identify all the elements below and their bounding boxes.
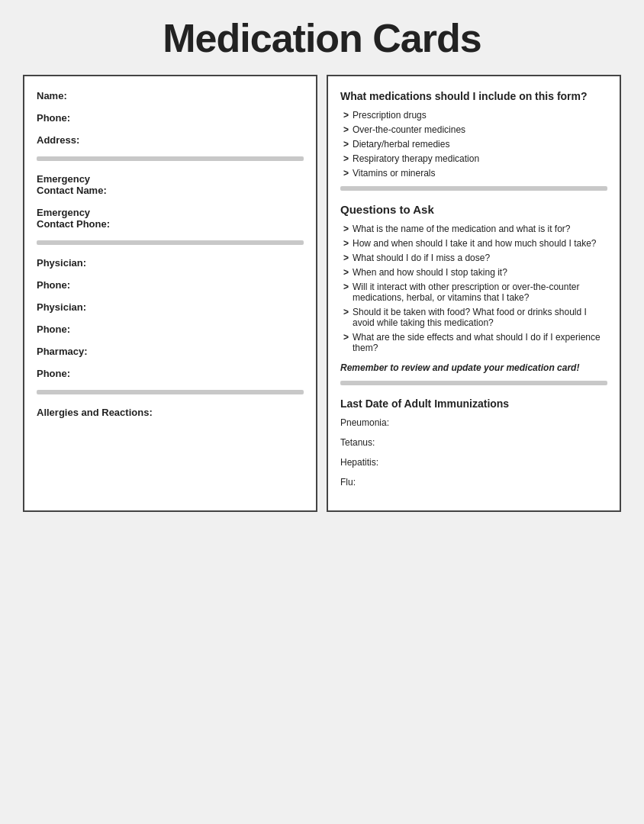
- list-item: > Dietary/herbal remedies: [340, 139, 607, 150]
- list-item: > Will it interact with other prescripti…: [340, 282, 607, 303]
- arrow-icon: >: [343, 282, 349, 292]
- list-item: > How and when should I take it and how …: [340, 238, 607, 249]
- emergency-contact-phone-label: Emergency Contact Phone:: [37, 207, 304, 230]
- divider-3: [37, 390, 304, 394]
- arrow-icon: >: [343, 110, 349, 121]
- divider-right-2: [340, 381, 607, 385]
- pharmacy-label: Pharmacy:: [37, 346, 304, 357]
- right-card: What medications should I include on thi…: [327, 75, 621, 512]
- page-title: Medication Cards: [163, 15, 481, 61]
- cards-container: Name: Phone: Address: Emergency Contact …: [23, 75, 621, 512]
- address-label: Address:: [37, 134, 304, 146]
- what-item-3: Respiratory therapy medication: [353, 153, 479, 164]
- pneumonia-label: Pneumonia:: [340, 417, 607, 428]
- divider-1: [37, 156, 304, 161]
- questions-title: Questions to Ask: [340, 203, 607, 216]
- arrow-icon: >: [343, 224, 349, 234]
- reminder-text: Remember to review and update your medic…: [340, 362, 607, 373]
- phone4-label: Phone:: [37, 368, 304, 379]
- list-item: > What is the name of the medication and…: [340, 224, 607, 234]
- physician1-label: Physician:: [37, 257, 304, 269]
- list-item: > Should it be taken with food? What foo…: [340, 307, 607, 328]
- list-item: > What should I do if I miss a dose?: [340, 253, 607, 263]
- q-item-5: Should it be taken with food? What food …: [353, 307, 607, 328]
- immunizations-title: Last Date of Adult Immunizations: [340, 398, 607, 410]
- phone2-label: Phone:: [37, 279, 304, 291]
- what-medications-section: What medications should I include on thi…: [340, 90, 607, 179]
- arrow-icon: >: [343, 253, 349, 263]
- name-label: Name:: [37, 90, 304, 101]
- flu-label: Flu:: [340, 477, 607, 488]
- questions-section: Questions to Ask > What is the name of t…: [340, 203, 607, 373]
- what-item-0: Prescription drugs: [353, 110, 427, 121]
- what-medications-title: What medications should I include on thi…: [340, 90, 607, 102]
- arrow-icon: >: [343, 267, 349, 278]
- list-item: > When and how should I stop taking it?: [340, 267, 607, 278]
- arrow-icon: >: [343, 124, 349, 135]
- arrow-icon: >: [343, 168, 349, 179]
- tetanus-label: Tetanus:: [340, 437, 607, 448]
- immunizations-section: Last Date of Adult Immunizations Pneumon…: [340, 398, 607, 488]
- what-item-1: Over-the-counter medicines: [353, 124, 465, 135]
- questions-list: > What is the name of the medication and…: [340, 224, 607, 353]
- q-item-2: What should I do if I miss a dose?: [353, 253, 490, 263]
- q-item-3: When and how should I stop taking it?: [353, 267, 507, 278]
- arrow-icon: >: [343, 307, 349, 317]
- q-item-0: What is the name of the medication and w…: [353, 224, 570, 234]
- phone3-label: Phone:: [37, 323, 304, 335]
- list-item: > Respiratory therapy medication: [340, 153, 607, 164]
- list-item: > What are the side effects and what sho…: [340, 332, 607, 353]
- q-item-4: Will it interact with other prescription…: [353, 282, 607, 303]
- list-item: > Prescription drugs: [340, 110, 607, 121]
- emergency-contact-name-label: Emergency Contact Name:: [37, 173, 304, 196]
- arrow-icon: >: [343, 139, 349, 150]
- arrow-icon: >: [343, 238, 349, 249]
- left-card: Name: Phone: Address: Emergency Contact …: [23, 75, 317, 512]
- divider-2: [37, 240, 304, 245]
- divider-right-1: [340, 186, 607, 191]
- what-medications-list: > Prescription drugs > Over-the-counter …: [340, 110, 607, 179]
- physician2-label: Physician:: [37, 301, 304, 313]
- arrow-icon: >: [343, 332, 349, 343]
- what-item-2: Dietary/herbal remedies: [353, 139, 449, 150]
- what-item-4: Vitamins or minerals: [353, 168, 435, 179]
- list-item: > Over-the-counter medicines: [340, 124, 607, 135]
- hepatitis-label: Hepatitis:: [340, 457, 607, 468]
- q-item-1: How and when should I take it and how mu…: [353, 238, 597, 249]
- q-item-6: What are the side effects and what shoul…: [353, 332, 607, 353]
- list-item: > Vitamins or minerals: [340, 168, 607, 179]
- arrow-icon: >: [343, 153, 349, 164]
- allergies-label: Allergies and Reactions:: [37, 407, 304, 418]
- phone-label: Phone:: [37, 112, 304, 124]
